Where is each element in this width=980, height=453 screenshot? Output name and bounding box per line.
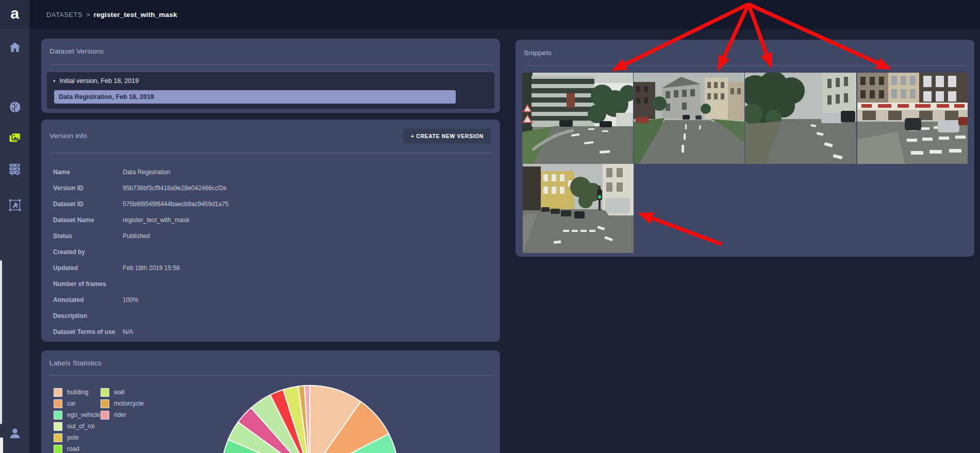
- legend-label: car: [67, 400, 76, 407]
- legend-swatch: [101, 411, 109, 420]
- info-row-label: Created by: [53, 248, 123, 256]
- divider: [523, 65, 967, 66]
- legend-item-pole: pole: [54, 433, 79, 442]
- dataset-versions-title: Dataset Versions: [49, 47, 104, 55]
- sidebar-nav: ?: [0, 29, 29, 453]
- brain-icon: [8, 100, 22, 114]
- info-row-value: 575b6f8549f6444baecb9ac9459d1a75: [123, 200, 229, 208]
- sidebar-item-datasets[interactable]: [0, 127, 29, 148]
- legend-swatch: [54, 399, 62, 408]
- legend-label: building: [67, 389, 88, 396]
- images-icon: [8, 130, 22, 145]
- legend-swatch: [101, 388, 109, 397]
- left-scrollbar-thumb[interactable]: [0, 260, 2, 424]
- app-logo[interactable]: a: [0, 0, 29, 29]
- legend-label: road: [67, 445, 79, 452]
- legend-swatch: [54, 433, 62, 442]
- info-row-label: Dataset Terms of use: [53, 328, 123, 335]
- legend-item-ego_vehicle: ego_vehicle: [54, 411, 100, 419]
- version-info-rows: NameData RegistrationVersion ID95b736bf3…: [53, 164, 490, 340]
- logo-a-glyph: a: [10, 6, 19, 21]
- top-bar: a DATASETS > register_test_with_mask: [0, 0, 980, 29]
- legend-item-car: car: [54, 399, 76, 408]
- info-row-label: Status: [53, 232, 123, 240]
- breadcrumb-datasets-link[interactable]: DATASETS: [46, 11, 82, 19]
- snippets-panel: Snippets: [516, 40, 974, 257]
- street-scene-4: [857, 73, 968, 164]
- info-row-value: Feb 18th 2019 15:58: [123, 264, 180, 272]
- version-tree: ▾ Initial version, Feb 18, 2019 Data Reg…: [47, 72, 494, 109]
- labels-pie-chart[interactable]: [219, 383, 401, 453]
- info-row-label: Dataset Name: [53, 216, 123, 224]
- labels-statistics-title: Labels Statistics: [49, 359, 102, 367]
- street-scene-5: [523, 164, 634, 253]
- sidebar-item-servers[interactable]: [0, 158, 29, 179]
- legend-swatch: [54, 411, 62, 420]
- info-row-value: 95b736bf3cf9418a9e28e042466ccf2e: [123, 184, 227, 192]
- sidebar-item-models[interactable]: [0, 96, 29, 117]
- info-row-value: Published: [123, 232, 150, 240]
- sidebar-item-home[interactable]: [0, 37, 29, 58]
- version-info-row: Dataset Terms of useN/A: [53, 324, 490, 340]
- version-info-row: StatusPublished: [53, 228, 490, 244]
- user-icon: [8, 426, 22, 441]
- legend-item-motorcycle: motorcycle: [101, 399, 144, 408]
- server-icon: [8, 162, 22, 176]
- info-row-label: Description: [53, 312, 123, 320]
- snippet-thumbnail-1[interactable]: [522, 73, 633, 164]
- info-row-label: Version ID: [53, 184, 123, 192]
- divider: [49, 64, 492, 65]
- legend-label: pole: [67, 434, 79, 441]
- street-scene-3: [745, 73, 856, 164]
- version-info-row: UpdatedFeb 18th 2019 15:58: [53, 260, 490, 276]
- info-row-label: Annotated: [53, 296, 123, 304]
- legend-label: rider: [114, 411, 126, 418]
- version-tree-selected-item[interactable]: Data Registration, Feb 18, 2019: [54, 90, 456, 104]
- legend-item-out_of_roi: out_of_roi: [54, 422, 94, 430]
- legend-label: ego_vehicle: [67, 411, 100, 418]
- divider: [49, 375, 492, 376]
- snippet-thumbnail-3[interactable]: [745, 73, 856, 164]
- version-info-row: NameData Registration: [53, 164, 490, 180]
- info-row-value: 100%: [123, 296, 139, 304]
- info-row-value: register_test_with_mask: [123, 216, 189, 224]
- breadcrumb-separator: >: [86, 11, 90, 19]
- info-row-label: Number of frames: [53, 280, 123, 288]
- legend-label: wall: [114, 389, 125, 396]
- street-scene-2: [634, 73, 744, 164]
- info-row-label: Updated: [53, 264, 123, 272]
- legend-item-rider: rider: [101, 411, 126, 419]
- legend-label: motorcycle: [114, 400, 144, 407]
- street-scene-1: [522, 73, 633, 164]
- sidebar-item-annotation[interactable]: [0, 195, 29, 215]
- info-row-label: Dataset ID: [53, 200, 123, 208]
- create-new-version-button[interactable]: + CREATE NEW VERSION: [404, 129, 491, 143]
- legend-swatch: [101, 399, 109, 408]
- version-info-row: Annotated100%: [53, 292, 490, 308]
- snippet-thumbnail-2[interactable]: [634, 73, 744, 164]
- snippet-thumbnail-5[interactable]: [523, 164, 634, 253]
- divider: [49, 153, 492, 153]
- sidebar-item-user[interactable]: [0, 423, 29, 444]
- version-info-title: Version info: [49, 132, 87, 140]
- version-info-row: Description: [53, 308, 490, 324]
- legend-item-building: building: [54, 388, 88, 396]
- version-info-row: Version ID95b736bf3cf9418a9e28e042466ccf…: [53, 180, 490, 196]
- info-row-label: Name: [53, 169, 123, 176]
- left-scrollbar-end: [0, 438, 3, 453]
- dataset-versions-panel: Dataset Versions ▾ Initial version, Feb …: [41, 39, 500, 113]
- version-tree-root-label: Initial version, Feb 18, 2019: [60, 77, 139, 85]
- annotation-box-dog-icon: [7, 197, 23, 213]
- breadcrumb-current-dataset: register_test_with_mask: [94, 11, 177, 19]
- snippet-thumbnail-4[interactable]: [857, 73, 968, 164]
- info-row-value: N/A: [123, 328, 133, 335]
- home-icon: [8, 41, 22, 54]
- version-tree-selected-label: Data Registration, Feb 18, 2019: [54, 93, 154, 100]
- legend-label: out_of_roi: [67, 423, 94, 430]
- version-info-row: Created by: [53, 244, 490, 260]
- legend-swatch: [54, 422, 62, 431]
- info-row-value: Data Registration: [123, 169, 171, 176]
- breadcrumb: DATASETS > register_test_with_mask: [46, 0, 177, 29]
- version-tree-root[interactable]: ▾ Initial version, Feb 18, 2019: [53, 76, 139, 86]
- version-info-row: Number of frames: [53, 276, 490, 292]
